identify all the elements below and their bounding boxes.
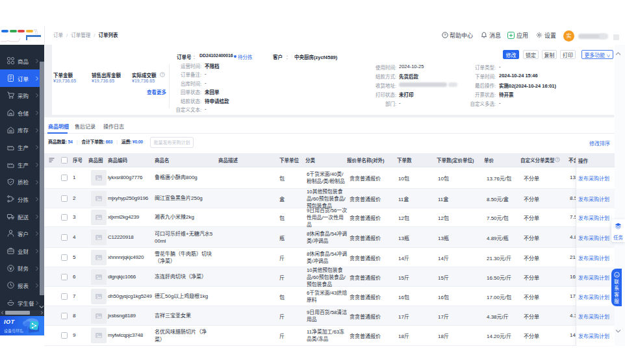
table-row: 8 jxsbsng8189 吉祥三宝圣女果 斤 9日用百货/58清洁用品 贪贪普… bbox=[44, 306, 615, 326]
sidebar: 商品 订单 采购 仓储 库存 生产 生产 质检 分拣 配送 客户 业财 财务 报… bbox=[0, 45, 44, 335]
topbar: 订单 / 订单管理 / 订单列表 ? 帮助中心 消息 应用 设置 实 bbox=[0, 26, 625, 45]
menu-item[interactable]: 财务 bbox=[0, 260, 39, 277]
service-widget[interactable]: 联系客服 bbox=[611, 269, 622, 306]
table-row: 2 mjxyhyp250g9196 闽江宣鱼黑鱼片250g 盒 10其他预包装食… bbox=[44, 189, 615, 208]
table-row: 3 xljxml2kg4239 湘表九小米辣2kg 包 9日用百货/56一次性用… bbox=[44, 208, 615, 227]
menu-item[interactable]: 库存 bbox=[0, 121, 39, 139]
breadcrumb: 订单 / 订单管理 / 订单列表 bbox=[53, 26, 118, 45]
avatar[interactable]: 实 bbox=[563, 30, 574, 42]
order-detail-page: 订单 / 订单管理 / 订单列表 ? 帮助中心 消息 应用 设置 实 商品 订单… bbox=[0, 0, 625, 364]
table-row: 6 dlgrqkjc1066 冻连肝肉切块（净菜） 斤 10其他预包装食品/60… bbox=[44, 267, 615, 287]
table-row: 7 dh50gysjcg1kg5249 德汇50g以上鸡翅根1kg 包 6干货米… bbox=[44, 287, 615, 306]
menu-item[interactable]: 质检 bbox=[0, 173, 39, 191]
menu-item[interactable]: 订单 bbox=[0, 69, 39, 87]
menu-item[interactable]: 分拣 bbox=[0, 191, 39, 208]
menu-item[interactable]: 客户 bbox=[0, 225, 39, 243]
menu-item[interactable]: 仓储 bbox=[0, 104, 39, 122]
content: 订单号 ： DD24102400016 待分拣 客户 ： 中央厨房(zycf45… bbox=[44, 45, 625, 346]
menu-item[interactable]: 报表 bbox=[0, 277, 39, 295]
summary: 商品数量: 54|合计下单数: 663|运费: ¥0.00 批量发布采购计划 修… bbox=[44, 134, 615, 150]
menu-item[interactable]: 学生餐 bbox=[0, 294, 39, 311]
menu-item[interactable]: 商品 bbox=[0, 53, 39, 70]
menu-item[interactable]: 采购 bbox=[0, 87, 39, 104]
table-row: 9 myfwlcqpjc3748 名优风味腊肠切片（净菜） 斤 11净菜加工/6… bbox=[44, 326, 615, 346]
logo bbox=[0, 26, 45, 45]
order-card: 订单号 ： DD24102400016 待分拣 客户 ： 中央厨房(zycf45… bbox=[52, 45, 615, 115]
menu-item[interactable]: 业财 bbox=[0, 243, 39, 260]
menu-item[interactable]: 生产 bbox=[0, 139, 39, 156]
svg-text:?: ? bbox=[444, 33, 446, 37]
table-row: 5 xhnnnrjqkjc4920 雪花牛腩（牛肉筋）切块（净菜） 斤 8休闲食… bbox=[44, 248, 615, 267]
topbar-actions: ? 帮助中心 消息 应用 设置 实 bbox=[439, 26, 625, 45]
svg-text:?: ? bbox=[557, 158, 559, 162]
menu-item[interactable]: 配送 bbox=[0, 208, 39, 225]
table-row: 4 C12220918 可口可乐纤维+无糖汽水500ml 瓶 8休闲食品/54冲… bbox=[44, 227, 615, 248]
task-widget[interactable]: 任务 bbox=[611, 219, 625, 242]
table-row: 1 lykxsr800g7776 鲁格唐小酥肉800g 包 6干货米面/40类/… bbox=[44, 167, 615, 189]
menu-item[interactable]: 生产 bbox=[0, 156, 39, 173]
table-header: 序号 商品图 商品编码 商品名 商品描述 下单单位 分类 报价单名称(对外) 下… bbox=[44, 153, 615, 167]
tabs: 商品明细 售后记录 操作日志 bbox=[44, 117, 615, 134]
iot-banner[interactable]: IOT 设备与环境 bbox=[0, 316, 44, 335]
product-table: 序号 商品图 商品编码 商品名 商品描述 下单单位 分类 报价单名称(对外) 下… bbox=[44, 153, 615, 346]
